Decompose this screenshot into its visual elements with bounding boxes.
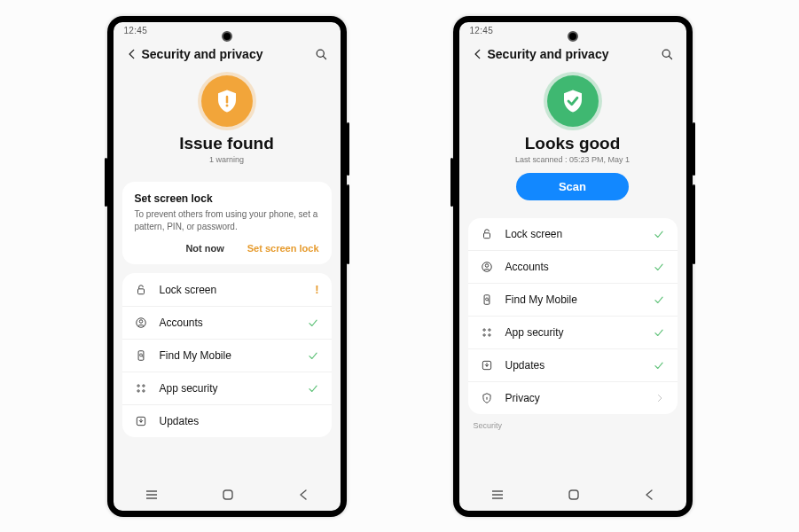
svg-point-6 (139, 320, 143, 324)
status-ok-indicator (649, 228, 665, 240)
chevron-right-icon (649, 392, 665, 404)
phone-right: 12:45 Security and privacy Looks good La… (453, 16, 693, 517)
app-header: Security and privacy (459, 42, 686, 70)
status-time: 12:45 (470, 26, 494, 35)
scan-button[interactable]: Scan (516, 173, 629, 200)
status-warning-icon (201, 75, 253, 127)
status-ok-icon (547, 75, 599, 127)
hero-status: Looks good Last scanned : 05:23 PM, May … (459, 70, 686, 209)
back-icon[interactable] (472, 48, 488, 60)
item-label: Lock screen (498, 228, 649, 240)
list-item-accounts[interactable]: Accounts (122, 307, 332, 340)
status-ok-indicator (649, 359, 665, 372)
svg-point-28 (488, 329, 490, 331)
status-ok-indicator (303, 382, 319, 395)
card-subtitle: To prevent others from using your phone,… (135, 208, 319, 232)
update-icon (481, 359, 498, 372)
list-item-updates[interactable]: Updates (468, 349, 678, 382)
hero-title: Issue found (122, 134, 332, 153)
svg-point-11 (142, 385, 144, 387)
status-ok-indicator (649, 293, 665, 306)
lock-icon (481, 228, 498, 240)
home-button[interactable] (568, 489, 580, 501)
item-label: Accounts (498, 261, 649, 273)
account-icon (135, 317, 153, 329)
phone-left: 12:45 Security and privacy Issue found 1… (107, 16, 347, 517)
find-mobile-icon (481, 293, 498, 306)
item-label: Find My Mobile (498, 293, 649, 306)
recents-button[interactable] (145, 489, 159, 500)
camera-hole (568, 31, 578, 42)
svg-rect-7 (138, 351, 144, 361)
not-now-button[interactable]: Not now (185, 243, 223, 254)
suggestion-card: Set screen lock To prevent others from u… (122, 182, 332, 264)
svg-line-20 (669, 56, 671, 59)
list-item-privacy[interactable]: Privacy (468, 382, 678, 414)
app-header: Security and privacy (114, 42, 341, 70)
svg-point-3 (225, 105, 228, 107)
svg-line-1 (323, 56, 325, 59)
svg-rect-18 (223, 490, 232, 499)
item-label: Privacy (498, 392, 649, 404)
system-navbar (459, 479, 686, 511)
home-button[interactable] (222, 489, 234, 501)
svg-line-26 (488, 301, 489, 301)
svg-point-12 (137, 390, 138, 392)
list-item-lock-screen[interactable]: Lock screen ! (122, 273, 332, 307)
hero-status: Issue found 1 warning (114, 70, 341, 173)
item-label: App security (498, 326, 649, 339)
back-icon[interactable] (126, 48, 142, 60)
list-item-lock-screen[interactable]: Lock screen (468, 218, 678, 251)
svg-point-30 (488, 334, 490, 336)
recents-button[interactable] (490, 489, 505, 500)
status-ok-indicator (303, 317, 319, 329)
item-label: Updates (498, 359, 649, 372)
list-item-app-security[interactable]: App security (122, 372, 332, 405)
account-icon (481, 261, 498, 273)
settings-list: Lock screen ! Accounts Find My Mobile (122, 273, 332, 437)
hero-title: Looks good (468, 134, 678, 153)
update-icon (135, 415, 153, 427)
item-label: Accounts (153, 317, 303, 329)
back-button[interactable] (298, 489, 309, 501)
svg-point-27 (482, 329, 484, 331)
set-screen-lock-button[interactable]: Set screen lock (247, 243, 319, 254)
list-item-find-my-mobile[interactable]: Find My Mobile (468, 284, 678, 317)
search-icon[interactable] (658, 48, 674, 61)
svg-rect-21 (483, 233, 490, 239)
svg-rect-4 (137, 288, 144, 293)
find-mobile-icon (135, 349, 153, 362)
lock-icon (135, 284, 153, 296)
status-ok-indicator (649, 326, 665, 339)
camera-hole (222, 31, 232, 42)
svg-point-23 (485, 264, 489, 268)
page-title: Security and privacy (142, 47, 312, 61)
page-title: Security and privacy (488, 47, 658, 61)
svg-rect-24 (484, 295, 490, 305)
svg-point-32 (486, 397, 487, 398)
svg-line-9 (142, 356, 143, 357)
item-label: Find My Mobile (153, 349, 303, 362)
item-label: Lock screen (153, 284, 303, 296)
status-time: 12:45 (124, 26, 148, 35)
list-item-app-security[interactable]: App security (468, 317, 678, 349)
back-button[interactable] (644, 489, 654, 501)
list-item-find-my-mobile[interactable]: Find My Mobile (122, 340, 332, 372)
system-navbar (114, 479, 341, 511)
status-ok-indicator (303, 349, 319, 362)
card-title: Set screen lock (135, 192, 319, 205)
list-item-updates[interactable]: Updates (122, 405, 332, 437)
item-label: App security (153, 382, 303, 395)
privacy-icon (481, 392, 498, 404)
search-icon[interactable] (312, 48, 328, 61)
section-label: Security (459, 414, 686, 432)
list-item-accounts[interactable]: Accounts (468, 251, 678, 284)
item-label: Updates (153, 415, 303, 427)
status-warning-indicator: ! (303, 283, 319, 296)
hero-subtitle: Last scanned : 05:23 PM, May 1 (468, 155, 678, 164)
svg-point-10 (137, 385, 138, 387)
svg-point-29 (482, 334, 484, 336)
hero-subtitle: 1 warning (122, 155, 332, 164)
svg-rect-37 (569, 490, 578, 499)
settings-list: Lock screen Accounts Find My Mobile (468, 218, 678, 414)
